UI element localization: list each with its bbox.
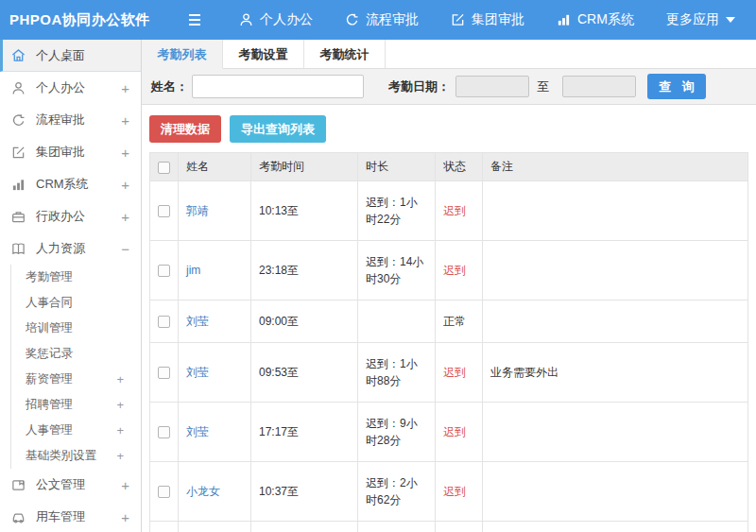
sidebar-subitem-personnel-mgmt[interactable]: 人事管理 + [11, 418, 141, 443]
date-to-input[interactable] [562, 76, 636, 97]
sidebar-item-vehicle-mgmt[interactable]: 用车管理 + [0, 501, 141, 532]
sidebar-item-personal-desktop[interactable]: 个人桌面 [0, 40, 141, 72]
select-all-checkbox[interactable] [158, 162, 170, 174]
attendance-time: 23:18至 [251, 241, 358, 300]
caret-down-icon [726, 17, 735, 23]
duration-cell: 迟到：1小时22分 [358, 181, 436, 241]
sidebar-subitem-attendance-mgmt[interactable]: 考勤管理 [11, 265, 141, 290]
nav-item-personal-office[interactable]: 个人办公 [223, 0, 329, 40]
expand-icon[interactable]: + [121, 477, 129, 493]
row-checkbox[interactable] [158, 367, 170, 379]
status-cell: 正常 [436, 300, 483, 343]
sidebar-item-group-approval[interactable]: 集团审批 + [0, 136, 141, 168]
top-navbar: PHPOA协同办公软件 个人办公 流程审批 集团审批 CRM系统 更多应用 [0, 0, 756, 40]
clean-data-button[interactable]: 清理数据 [149, 115, 221, 143]
sidebar-item-crm[interactable]: CRM系统 + [0, 168, 141, 200]
expand-icon[interactable]: + [121, 112, 129, 129]
user-icon [11, 81, 27, 95]
sidebar-subitem-training-mgmt[interactable]: 培训管理 [11, 316, 141, 341]
expand-icon[interactable]: + [116, 372, 124, 386]
duration-cell: 迟到：1小时88分 [358, 343, 436, 403]
expand-icon[interactable]: + [121, 177, 129, 193]
status-cell: 迟到 [436, 403, 483, 462]
edit-icon [451, 12, 465, 27]
bar-chart-icon [557, 12, 571, 27]
filter-panel: 姓名： 考勤日期： 至 查 询 [142, 69, 756, 105]
status-cell: 迟到 [436, 241, 483, 300]
row-checkbox[interactable] [158, 205, 170, 217]
search-button[interactable]: 查 询 [647, 74, 706, 99]
col-header-name: 姓名 [179, 153, 251, 181]
row-checkbox[interactable] [158, 316, 170, 328]
note-cell [483, 462, 748, 522]
sidebar-item-admin-office[interactable]: 行政办公 + [0, 200, 141, 232]
sidebar-subitem-hr-contract[interactable]: 人事合同 [11, 290, 141, 316]
nav-item-group-approval[interactable]: 集团审批 [435, 0, 541, 40]
note-cell: 业务需要外出 [483, 343, 748, 403]
note-cell [483, 181, 748, 241]
employee-name-link[interactable]: 郭靖 [186, 204, 209, 217]
hamburger-menu-icon[interactable] [187, 13, 202, 26]
tab-attendance-list[interactable]: 考勤列表 [142, 40, 223, 69]
attendance-time: 10:13至 [251, 181, 358, 241]
expand-icon[interactable]: + [121, 509, 129, 525]
table-row: 小龙女 10:37至 迟到：2小时62分 迟到 [150, 462, 748, 522]
sidebar-subitem-label: 招聘管理 [26, 397, 73, 413]
expand-icon[interactable]: + [116, 423, 124, 438]
user-icon [239, 12, 253, 27]
nav-item-workflow-approval[interactable]: 流程审批 [329, 0, 435, 40]
attendance-time: 17:17至 [251, 403, 358, 462]
expand-icon[interactable]: + [116, 398, 124, 412]
sidebar-item-human-resources[interactable]: 人力资源 − [0, 232, 141, 265]
duration-cell [358, 300, 436, 343]
expand-icon[interactable]: + [121, 145, 129, 161]
sidebar-item-label: 人力资源 [36, 240, 85, 257]
expand-icon[interactable]: + [121, 80, 129, 96]
status-cell: 迟到 [436, 181, 483, 241]
employee-name-link[interactable]: 刘莹 [186, 315, 209, 328]
book-icon [11, 242, 27, 256]
date-filter-label: 考勤日期： [388, 78, 450, 95]
nav-item-crm[interactable]: CRM系统 [541, 0, 650, 40]
tab-attendance-settings[interactable]: 考勤设置 [223, 40, 304, 68]
row-checkbox[interactable] [158, 265, 170, 277]
sidebar-subitem-base-category[interactable]: 基础类别设置 + [11, 443, 141, 469]
status-cell: 迟到 [436, 462, 483, 522]
date-from-input[interactable] [455, 76, 529, 97]
employee-name-link[interactable]: 小龙女 [186, 485, 220, 498]
nav-item-label: 集团审批 [472, 11, 524, 28]
sidebar-subitem-salary-mgmt[interactable]: 薪资管理 + [11, 367, 141, 392]
nav-item-more-apps[interactable]: 更多应用 [650, 0, 751, 40]
name-filter-input[interactable] [192, 75, 364, 98]
expand-icon[interactable]: + [116, 449, 124, 463]
employee-name-link[interactable]: 刘莹 [186, 425, 209, 438]
app-body: 个人桌面 个人办公 + 流程审批 + 集团审批 + [0, 40, 756, 532]
sidebar-subitem-reward-punish[interactable]: 奖惩记录 [11, 341, 141, 367]
sidebar-item-personal-office[interactable]: 个人办公 + [0, 72, 141, 104]
collapse-icon[interactable]: − [121, 241, 129, 257]
note-cell [483, 300, 748, 343]
tab-attendance-stats[interactable]: 考勤统计 [304, 40, 386, 68]
row-checkbox[interactable] [158, 486, 170, 498]
sidebar-subitem-label: 人事合同 [26, 295, 73, 311]
date-to-label: 至 [537, 78, 549, 95]
sidebar-item-label: 流程审批 [36, 112, 85, 129]
row-checkbox[interactable] [158, 426, 170, 438]
sidebar-item-document-mgmt[interactable]: 公文管理 + [0, 469, 141, 501]
sidebar-subitem-label: 考勤管理 [26, 269, 73, 285]
sidebar-item-label: 个人办公 [36, 79, 85, 96]
nav-item-label: 个人办公 [260, 11, 313, 28]
sidebar-item-workflow-approval[interactable]: 流程审批 + [0, 104, 141, 136]
col-header-time: 考勤时间 [251, 153, 358, 181]
table-row: 管理员 10:54至10:54 迟到：2小时90分早退：7小时10分 迟到/早退… [150, 522, 748, 532]
employee-name-link[interactable]: 刘莹 [186, 366, 209, 379]
attendance-time: 10:37至 [251, 462, 358, 522]
sidebar-item-label: 集团审批 [36, 144, 85, 161]
hr-submenu: 考勤管理 人事合同 培训管理 奖惩记录 薪资管理 + 招聘管理 + 人事管理 + [10, 265, 141, 469]
nav-item-label: 更多应用 [666, 11, 719, 28]
nav-item-label: CRM系统 [577, 11, 634, 28]
export-list-button[interactable]: 导出查询列表 [230, 115, 326, 143]
employee-name-link[interactable]: jim [186, 264, 200, 277]
expand-icon[interactable]: + [121, 209, 129, 225]
sidebar-subitem-recruit-mgmt[interactable]: 招聘管理 + [11, 392, 141, 418]
